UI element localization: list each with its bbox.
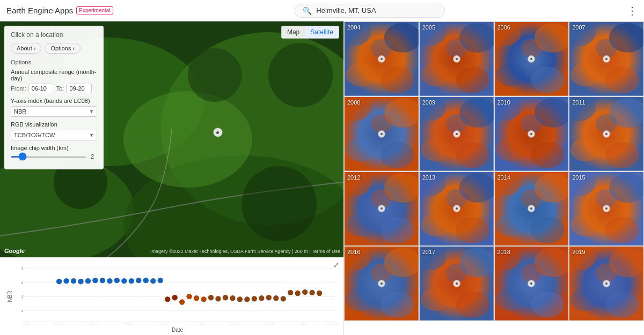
svg-text:2015: 2015 (265, 323, 275, 324)
satellite-button[interactable]: Satellite (305, 26, 339, 38)
svg-point-59 (266, 295, 272, 300)
map-container[interactable]: Click on a location About › Options ‹ Op… (0, 21, 343, 257)
cell-pin-dot (605, 58, 608, 60)
map-button[interactable]: Map (282, 26, 305, 38)
svg-point-142 (346, 288, 375, 311)
location-pin (213, 128, 223, 137)
rgb-label: RGB visualization (11, 121, 97, 128)
year-cell[interactable]: 2007 (569, 21, 644, 96)
chip-slider[interactable] (11, 156, 86, 158)
year-cell[interactable]: 2006 (494, 21, 569, 96)
year-label: 2017 (422, 249, 435, 255)
chart-container: ⤢ NBR 1.0 0.5 0.0 -0.5 1980 1985 1990 19… (0, 257, 343, 335)
cell-pin (378, 130, 385, 138)
rgb-select[interactable]: TCB/TCG/TCW Red/Green/Blue SWIR/NIR/Red (11, 130, 97, 140)
year-label: 2012 (347, 174, 360, 181)
search-input[interactable] (316, 6, 434, 14)
cell-pin (453, 280, 460, 287)
cell-pin (453, 130, 460, 138)
search-icon: 🔍 (303, 6, 312, 15)
about-button[interactable]: About › (11, 43, 41, 54)
year-cell[interactable]: 2010 (494, 96, 569, 172)
svg-point-51 (208, 295, 214, 300)
pin-dot (216, 131, 219, 134)
cell-pin (603, 55, 610, 63)
svg-point-56 (244, 296, 250, 302)
options-title: Options (11, 59, 97, 65)
svg-point-148 (421, 288, 450, 311)
click-instruction: Click on a location (11, 31, 97, 39)
svg-point-161 (605, 292, 639, 318)
year-label: 2011 (572, 99, 585, 106)
year-cell[interactable]: 2017 (419, 246, 494, 321)
svg-point-95 (380, 142, 414, 168)
svg-point-77 (456, 67, 489, 93)
svg-point-31 (63, 278, 69, 284)
cell-pin-dot (456, 58, 458, 60)
cell-pin (528, 55, 535, 63)
cell-pin-dot (456, 207, 458, 210)
year-cell[interactable]: 2011 (569, 96, 644, 172)
options-button[interactable]: Options ‹ (45, 43, 80, 54)
svg-point-160 (570, 288, 600, 311)
svg-point-52 (215, 296, 221, 301)
rgb-select-wrapper: TCB/TCG/TCW Red/Green/Blue SWIR/NIR/Red … (11, 130, 97, 140)
right-panel[interactable]: 2004200520062007200820092010201120122013… (343, 21, 644, 335)
main: Click on a location About › Options ‹ Op… (0, 21, 644, 335)
svg-point-7 (268, 43, 333, 107)
svg-point-43 (150, 278, 156, 284)
year-cell[interactable]: 2016 (344, 246, 419, 321)
svg-point-41 (136, 278, 141, 283)
cell-pin-dot (605, 207, 608, 210)
header-left: Earth Engine Apps Experimental (6, 6, 113, 15)
svg-point-66 (317, 291, 322, 296)
svg-point-70 (346, 63, 375, 86)
svg-point-101 (456, 142, 489, 168)
search-bar[interactable]: 🔍 (295, 4, 445, 18)
svg-point-106 (495, 138, 525, 161)
more-options-icon[interactable]: ⋮ (627, 4, 638, 17)
svg-point-76 (421, 63, 450, 86)
year-cell[interactable]: 2004 (344, 21, 419, 96)
svg-point-46 (172, 295, 177, 300)
year-cell[interactable]: 2019 (569, 246, 644, 321)
year-cell[interactable]: 2008 (344, 96, 419, 172)
year-cell[interactable]: 2005 (419, 21, 494, 96)
year-cell[interactable]: 2015 (569, 172, 644, 247)
svg-point-107 (530, 142, 564, 168)
year-cell[interactable]: 2012 (344, 172, 419, 247)
year-cell[interactable]: 2014 (494, 172, 569, 247)
chart-y-label: NBR (7, 291, 13, 302)
year-cell[interactable]: 2009 (419, 96, 494, 172)
svg-point-65 (309, 290, 314, 295)
svg-point-35 (92, 278, 98, 283)
to-input[interactable] (66, 84, 92, 93)
yaxis-select[interactable]: NBR NDVI EVI (11, 106, 97, 117)
svg-text:-0.5: -0.5 (21, 308, 23, 313)
cell-pin-dot (456, 133, 458, 135)
expand-icon[interactable]: ⤢ (333, 261, 339, 269)
map-type-toggle: Map Satellite (281, 26, 339, 39)
google-logo: Google (4, 248, 25, 254)
svg-text:2000: 2000 (159, 323, 170, 324)
year-label: 2004 (347, 24, 360, 31)
svg-point-57 (252, 296, 257, 301)
year-label: 2014 (497, 174, 510, 181)
year-cell[interactable]: 2013 (419, 172, 494, 247)
cell-pin-dot (380, 207, 383, 210)
cell-pin (528, 130, 535, 138)
svg-point-89 (605, 67, 639, 93)
svg-point-38 (114, 278, 120, 283)
map-buttons: About › Options ‹ (11, 43, 97, 54)
svg-point-42 (143, 278, 149, 283)
svg-text:1995: 1995 (124, 323, 134, 324)
year-label: 2013 (422, 174, 435, 181)
from-label: From: (11, 85, 26, 92)
options-section: Options Annual composite range (month-da… (11, 59, 97, 160)
left-panel: Click on a location About › Options ‹ Op… (0, 21, 343, 335)
from-input[interactable] (28, 84, 54, 93)
header-right: ⋮ (627, 4, 638, 17)
year-label: 2019 (572, 249, 585, 255)
cell-pin-dot (530, 58, 532, 60)
year-cell[interactable]: 2018 (494, 246, 569, 321)
